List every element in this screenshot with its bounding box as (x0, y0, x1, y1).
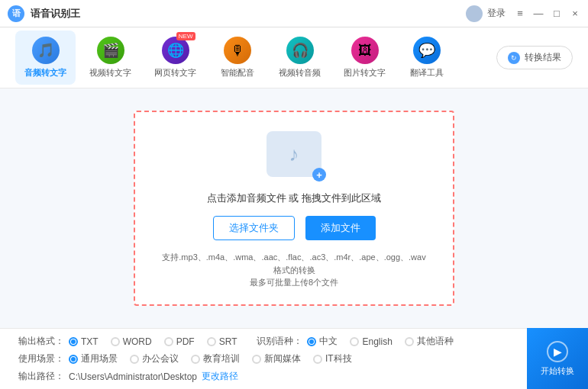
path-value: C:\Users\Administrator\Desktop (69, 371, 197, 382)
app-title: 语音识别王 (31, 7, 80, 21)
lang-english[interactable]: English (350, 336, 392, 347)
scene-radio-group: 通用场景 办公会议 教育培训 新闻媒体 IT科技 (69, 352, 352, 365)
music-note-icon: ♪ (289, 143, 299, 166)
nav-label-webpage-to-text: 网页转文字 (154, 67, 196, 79)
txt-radio[interactable] (69, 337, 78, 346)
toolbar: 🎵 音频转文字 🎬 视频转文字 🌐 NEW 网页转文字 🎙 智能配音 🎧 视频转… (0, 27, 588, 88)
convert-result-icon: ↻ (508, 52, 520, 64)
office-label: 办公会议 (142, 352, 179, 365)
it-radio[interactable] (313, 355, 322, 364)
nav-item-video-to-text[interactable]: 🎬 视频转文字 (80, 31, 141, 85)
scene-news[interactable]: 新闻媒体 (252, 352, 301, 365)
nav-label-translate: 翻译工具 (410, 67, 444, 79)
change-path-link[interactable]: 更改路径 (202, 370, 238, 383)
chinese-label: 中文 (319, 335, 338, 348)
menu-icon[interactable]: ≡ (515, 8, 525, 19)
add-file-button[interactable]: 添加文件 (305, 216, 376, 240)
format-pdf[interactable]: PDF (164, 336, 195, 347)
scene-general[interactable]: 通用场景 (69, 352, 118, 365)
translate-icon: 💬 (413, 37, 441, 64)
scene-row: 使用场景： 通用场景 办公会议 教育培训 新闻媒体 (18, 352, 570, 365)
title-bar: 语 语音识别王 登录 ≡ — □ × (0, 0, 588, 27)
image-to-text-icon: 🖼 (351, 37, 379, 64)
general-label: 通用场景 (81, 352, 118, 365)
convert-result-button[interactable]: ↻ 转换结果 (496, 46, 573, 69)
nav-item-webpage-to-text[interactable]: 🌐 NEW 网页转文字 (145, 31, 205, 85)
video-to-audio-icon: 🎧 (286, 37, 314, 64)
close-button[interactable]: × (570, 8, 580, 19)
upload-icon-area: ♪ + (263, 127, 325, 181)
format-word[interactable]: WORD (111, 336, 152, 347)
format-label: 输出格式： (18, 335, 64, 348)
scene-office[interactable]: 办公会议 (130, 352, 179, 365)
other-lang-label: 其他语种 (417, 335, 454, 348)
main-content: ♪ + 点击添加音频文件 或 拖拽文件到此区域 选择文件夹 添加文件 支持.mp… (0, 88, 588, 328)
office-radio[interactable] (130, 355, 139, 364)
nav-item-smart-dubbing[interactable]: 🎙 智能配音 (210, 31, 265, 85)
srt-radio[interactable] (207, 337, 216, 346)
music-icon-bg: ♪ + (267, 131, 321, 177)
lang-chinese[interactable]: 中文 (307, 335, 338, 348)
path-label: 输出路径： (18, 370, 64, 383)
pdf-radio[interactable] (164, 337, 173, 346)
nav-label-smart-dubbing: 智能配音 (221, 67, 254, 79)
app-logo: 语 (8, 5, 24, 22)
education-label: 教育培训 (203, 352, 240, 365)
minimize-button[interactable]: — (533, 8, 544, 19)
english-radio[interactable] (350, 337, 359, 346)
upload-support: 支持.mp3、.m4a、.wma、.aac、.flac、.ac3、.m4r、.a… (158, 251, 430, 289)
english-label: English (362, 336, 392, 347)
select-folder-button[interactable]: 选择文件夹 (213, 216, 295, 240)
nav-item-image-to-text[interactable]: 🖼 图片转文字 (334, 31, 395, 85)
path-row: 输出路径： C:\Users\Administrator\Desktop 更改路… (18, 370, 570, 383)
format-srt[interactable]: SRT (207, 336, 237, 347)
srt-label: SRT (219, 336, 237, 347)
lang-radio-group: 中文 English 其他语种 (307, 335, 453, 348)
bottom-panel: 输出格式： TXT WORD PDF SRT (0, 328, 588, 389)
max-files-text: 最多可批量上传8个文件 (250, 278, 338, 287)
lang-other[interactable]: 其他语种 (405, 335, 454, 348)
upload-hint: 点击添加音频文件 或 拖拽文件到此区域 (207, 191, 381, 205)
news-label: 新闻媒体 (264, 352, 301, 365)
login-button[interactable]: 登录 (466, 5, 506, 22)
support-text: 支持.mp3、.m4a、.wma、.aac、.flac、.ac3、.m4r、.a… (162, 252, 425, 275)
new-badge: NEW (176, 32, 195, 40)
title-bar-right: 登录 ≡ — □ × (466, 5, 580, 22)
title-bar-left: 语 语音识别王 (8, 5, 80, 22)
general-radio[interactable] (69, 355, 78, 364)
start-label: 开始转换 (541, 365, 574, 377)
bottom-wrapper: 输出格式： TXT WORD PDF SRT (0, 328, 588, 389)
audio-to-text-icon: 🎵 (32, 37, 60, 64)
format-radio-group: TXT WORD PDF SRT (69, 336, 237, 347)
format-txt[interactable]: TXT (69, 336, 99, 347)
news-radio[interactable] (252, 355, 261, 364)
nav-label-video-to-audio: 视频转音频 (279, 67, 321, 79)
nav-item-audio-to-text[interactable]: 🎵 音频转文字 (15, 31, 76, 85)
other-radio[interactable] (405, 337, 414, 346)
education-radio[interactable] (191, 355, 200, 364)
video-to-text-icon: 🎬 (97, 37, 124, 64)
txt-label: TXT (81, 336, 99, 347)
nav-label-image-to-text: 图片转文字 (344, 67, 386, 79)
nav-item-translate[interactable]: 💬 翻译工具 (399, 31, 454, 85)
scene-education[interactable]: 教育培训 (191, 352, 240, 365)
start-icon: ▶ (547, 341, 568, 362)
window-controls: ≡ — □ × (515, 8, 580, 19)
maximize-button[interactable]: □ (551, 8, 562, 19)
chinese-radio[interactable] (307, 337, 316, 346)
login-avatar (466, 5, 483, 22)
login-text: 登录 (487, 7, 506, 20)
smart-dubbing-icon: 🎙 (224, 37, 251, 64)
scene-it[interactable]: IT科技 (313, 352, 352, 365)
word-label: WORD (123, 336, 152, 347)
upload-area[interactable]: ♪ + 点击添加音频文件 或 拖拽文件到此区域 选择文件夹 添加文件 支持.mp… (134, 111, 454, 306)
upload-buttons: 选择文件夹 添加文件 (213, 216, 376, 240)
nav-item-video-to-audio[interactable]: 🎧 视频转音频 (270, 31, 330, 85)
word-radio[interactable] (111, 337, 120, 346)
it-label: IT科技 (325, 352, 352, 365)
webpage-to-text-icon: 🌐 (162, 37, 189, 64)
nav-items: 🎵 音频转文字 🎬 视频转文字 🌐 NEW 网页转文字 🎙 智能配音 🎧 视频转… (15, 31, 454, 85)
lang-label: 识别语种： (257, 335, 302, 348)
convert-result-label: 转换结果 (525, 51, 561, 64)
start-convert-button[interactable]: ▶ 开始转换 (527, 328, 588, 389)
